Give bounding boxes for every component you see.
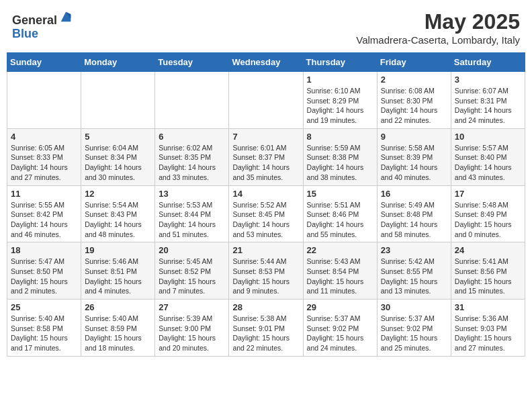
calendar-week-row: 1Sunrise: 6:10 AMSunset: 8:29 PMDaylight…	[7, 72, 525, 129]
day-number: 8	[307, 132, 373, 142]
day-number: 13	[159, 189, 225, 199]
day-number: 1	[307, 75, 373, 85]
day-number: 22	[307, 245, 373, 255]
day-number: 25	[11, 302, 77, 312]
day-info: Sunrise: 5:38 AMSunset: 9:01 PMDaylight:…	[232, 314, 299, 353]
calendar-cell: 19Sunrise: 5:46 AMSunset: 8:51 PMDayligh…	[81, 242, 155, 300]
calendar-cell: 23Sunrise: 5:42 AMSunset: 8:55 PMDayligh…	[377, 242, 451, 300]
calendar-cell: 8Sunrise: 5:59 AMSunset: 8:38 PMDaylight…	[303, 128, 377, 185]
day-info: Sunrise: 6:02 AMSunset: 8:35 PMDaylight:…	[159, 143, 225, 183]
weekday-header-row: SundayMondayTuesdayWednesdayThursdayFrid…	[7, 53, 525, 72]
day-info: Sunrise: 5:51 AMSunset: 8:46 PMDaylight:…	[307, 200, 373, 240]
calendar-cell: 21Sunrise: 5:44 AMSunset: 8:53 PMDayligh…	[229, 242, 303, 300]
calendar-cell: 31Sunrise: 5:36 AMSunset: 9:03 PMDayligh…	[451, 300, 525, 357]
day-number: 10	[455, 132, 521, 142]
logo-text: General	[12, 9, 73, 28]
calendar-cell: 26Sunrise: 5:40 AMSunset: 8:59 PMDayligh…	[81, 300, 155, 357]
day-info: Sunrise: 6:07 AMSunset: 8:31 PMDaylight:…	[455, 86, 521, 126]
logo-general: General	[12, 13, 57, 27]
weekday-header-sunday: Sunday	[7, 53, 81, 72]
calendar-cell: 27Sunrise: 5:39 AMSunset: 9:00 PMDayligh…	[155, 300, 229, 357]
day-info: Sunrise: 5:59 AMSunset: 8:38 PMDaylight:…	[307, 143, 373, 183]
day-info: Sunrise: 5:40 AMSunset: 8:58 PMDaylight:…	[11, 314, 77, 353]
day-number: 18	[11, 245, 77, 255]
calendar-table: SundayMondayTuesdayWednesdayThursdayFrid…	[7, 52, 525, 357]
calendar-cell: 25Sunrise: 5:40 AMSunset: 8:58 PMDayligh…	[7, 300, 81, 357]
calendar-cell: 6Sunrise: 6:02 AMSunset: 8:35 PMDaylight…	[155, 128, 229, 185]
calendar-cell: 17Sunrise: 5:48 AMSunset: 8:49 PMDayligh…	[451, 185, 525, 242]
calendar-cell: 15Sunrise: 5:51 AMSunset: 8:46 PMDayligh…	[303, 185, 377, 242]
day-number: 17	[455, 189, 521, 199]
calendar-cell	[81, 72, 155, 129]
weekday-header-monday: Monday	[81, 53, 155, 72]
day-info: Sunrise: 5:57 AMSunset: 8:40 PMDaylight:…	[455, 143, 521, 183]
day-info: Sunrise: 5:52 AMSunset: 8:45 PMDaylight:…	[232, 200, 299, 240]
calendar-cell: 11Sunrise: 5:55 AMSunset: 8:42 PMDayligh…	[7, 185, 81, 242]
calendar-cell: 29Sunrise: 5:37 AMSunset: 9:02 PMDayligh…	[303, 300, 377, 357]
day-number: 21	[232, 245, 299, 255]
calendar-cell	[229, 72, 303, 129]
day-info: Sunrise: 5:41 AMSunset: 8:56 PMDaylight:…	[455, 257, 521, 296]
day-info: Sunrise: 5:42 AMSunset: 8:55 PMDaylight:…	[381, 257, 447, 296]
day-info: Sunrise: 5:43 AMSunset: 8:54 PMDaylight:…	[307, 257, 373, 296]
calendar-cell: 13Sunrise: 5:53 AMSunset: 8:44 PMDayligh…	[155, 185, 229, 242]
calendar-week-row: 25Sunrise: 5:40 AMSunset: 8:58 PMDayligh…	[7, 300, 525, 357]
calendar-cell: 3Sunrise: 6:07 AMSunset: 8:31 PMDaylight…	[451, 72, 525, 129]
day-number: 5	[85, 132, 151, 142]
weekday-header-wednesday: Wednesday	[229, 53, 303, 72]
day-number: 30	[381, 302, 447, 312]
day-info: Sunrise: 6:01 AMSunset: 8:37 PMDaylight:…	[232, 143, 299, 183]
calendar-cell: 20Sunrise: 5:45 AMSunset: 8:52 PMDayligh…	[155, 242, 229, 300]
calendar-cell: 1Sunrise: 6:10 AMSunset: 8:29 PMDaylight…	[303, 72, 377, 129]
day-info: Sunrise: 5:49 AMSunset: 8:48 PMDaylight:…	[381, 200, 447, 240]
calendar-cell: 24Sunrise: 5:41 AMSunset: 8:56 PMDayligh…	[451, 242, 525, 300]
day-info: Sunrise: 6:04 AMSunset: 8:34 PMDaylight:…	[85, 143, 151, 183]
day-number: 19	[85, 245, 151, 255]
day-number: 20	[159, 245, 225, 255]
day-number: 26	[85, 302, 151, 312]
logo-icon	[58, 9, 73, 24]
calendar-cell: 4Sunrise: 6:05 AMSunset: 8:33 PMDaylight…	[7, 128, 81, 185]
calendar-cell: 30Sunrise: 5:37 AMSunset: 9:02 PMDayligh…	[377, 300, 451, 357]
weekday-header-saturday: Saturday	[451, 53, 525, 72]
day-info: Sunrise: 5:44 AMSunset: 8:53 PMDaylight:…	[232, 257, 299, 296]
calendar-cell: 7Sunrise: 6:01 AMSunset: 8:37 PMDaylight…	[229, 128, 303, 185]
page-header: General Blue May 2025 Valmadrera-Caserta…	[7, 7, 525, 48]
calendar-cell: 5Sunrise: 6:04 AMSunset: 8:34 PMDaylight…	[81, 128, 155, 185]
weekday-header-tuesday: Tuesday	[155, 53, 229, 72]
day-info: Sunrise: 5:45 AMSunset: 8:52 PMDaylight:…	[159, 257, 225, 296]
day-info: Sunrise: 5:36 AMSunset: 9:03 PMDaylight:…	[455, 314, 521, 353]
weekday-header-thursday: Thursday	[303, 53, 377, 72]
logo: General Blue	[12, 9, 73, 41]
day-number: 4	[11, 132, 77, 142]
calendar-week-row: 4Sunrise: 6:05 AMSunset: 8:33 PMDaylight…	[7, 128, 525, 185]
day-info: Sunrise: 5:58 AMSunset: 8:39 PMDaylight:…	[381, 143, 447, 183]
svg-marker-0	[61, 12, 71, 22]
weekday-header-friday: Friday	[377, 53, 451, 72]
day-info: Sunrise: 5:47 AMSunset: 8:50 PMDaylight:…	[11, 257, 77, 296]
day-info: Sunrise: 6:10 AMSunset: 8:29 PMDaylight:…	[307, 86, 373, 126]
location-title: Valmadrera-Caserta, Lombardy, Italy	[356, 34, 520, 46]
day-info: Sunrise: 6:08 AMSunset: 8:30 PMDaylight:…	[381, 86, 447, 126]
day-number: 24	[455, 245, 521, 255]
calendar-cell: 2Sunrise: 6:08 AMSunset: 8:30 PMDaylight…	[377, 72, 451, 129]
day-number: 12	[85, 189, 151, 199]
day-info: Sunrise: 5:39 AMSunset: 9:00 PMDaylight:…	[159, 314, 225, 353]
day-info: Sunrise: 5:53 AMSunset: 8:44 PMDaylight:…	[159, 200, 225, 240]
title-area: May 2025 Valmadrera-Caserta, Lombardy, I…	[356, 9, 520, 46]
day-number: 9	[381, 132, 447, 142]
day-info: Sunrise: 5:46 AMSunset: 8:51 PMDaylight:…	[85, 257, 151, 296]
day-info: Sunrise: 6:05 AMSunset: 8:33 PMDaylight:…	[11, 143, 77, 183]
day-number: 2	[381, 75, 447, 85]
calendar-cell	[7, 72, 81, 129]
calendar-week-row: 18Sunrise: 5:47 AMSunset: 8:50 PMDayligh…	[7, 242, 525, 300]
day-info: Sunrise: 5:40 AMSunset: 8:59 PMDaylight:…	[85, 314, 151, 353]
day-info: Sunrise: 5:48 AMSunset: 8:49 PMDaylight:…	[455, 200, 521, 240]
calendar-cell: 14Sunrise: 5:52 AMSunset: 8:45 PMDayligh…	[229, 185, 303, 242]
calendar-cell: 9Sunrise: 5:58 AMSunset: 8:39 PMDaylight…	[377, 128, 451, 185]
calendar-cell: 18Sunrise: 5:47 AMSunset: 8:50 PMDayligh…	[7, 242, 81, 300]
logo-blue-text: Blue	[12, 28, 73, 41]
day-info: Sunrise: 5:37 AMSunset: 9:02 PMDaylight:…	[381, 314, 447, 353]
day-number: 15	[307, 189, 373, 199]
day-number: 11	[11, 189, 77, 199]
